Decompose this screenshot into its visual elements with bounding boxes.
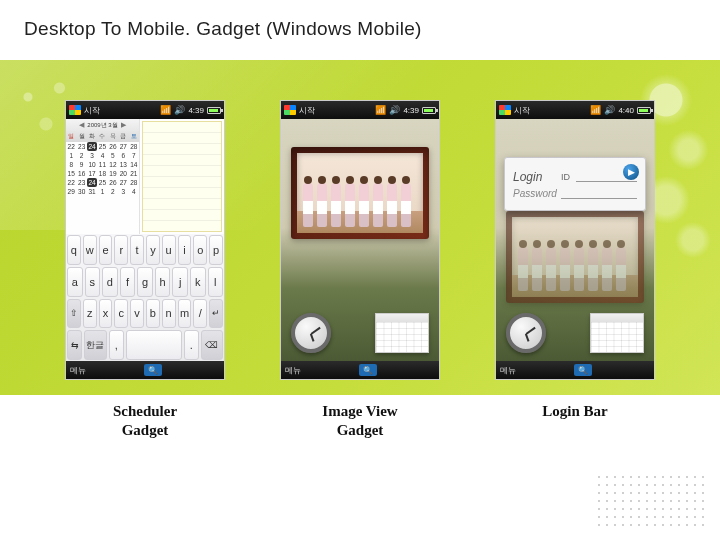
keyboard-key[interactable]: q <box>67 235 81 265</box>
keyboard-key[interactable]: j <box>172 267 188 297</box>
keyboard-key[interactable]: ⌫ <box>201 330 223 360</box>
calendar-day[interactable]: 23 <box>76 178 86 187</box>
calendar-day[interactable]: 1 <box>66 151 76 160</box>
calendar-day[interactable]: 5 <box>108 151 118 160</box>
calendar-day[interactable]: 27 <box>118 178 128 187</box>
softkey-left[interactable]: 메뉴 <box>70 365 86 376</box>
keyboard-key[interactable]: x <box>99 299 113 329</box>
analog-clock-widget[interactable] <box>506 313 546 353</box>
calendar-day[interactable]: 15 <box>66 169 76 178</box>
keyboard-key[interactable]: p <box>209 235 223 265</box>
keyboard-key[interactable]: i <box>178 235 192 265</box>
calendar-day[interactable]: 24 <box>87 142 97 151</box>
softkey-center-icon[interactable]: 🔍 <box>144 364 162 376</box>
keyboard-key[interactable]: ⇧ <box>67 299 81 329</box>
keyboard-key[interactable]: e <box>99 235 113 265</box>
calendar-day[interactable]: 2 <box>108 187 118 196</box>
calendar-day[interactable]: 12 <box>108 160 118 169</box>
login-submit-icon[interactable]: ▶ <box>623 164 639 180</box>
photo-frame[interactable] <box>291 147 429 239</box>
keyboard-key[interactable]: n <box>162 299 176 329</box>
calendar-day[interactable]: 9 <box>76 160 86 169</box>
signal-icon: 📶 <box>160 106 171 115</box>
calendar-day[interactable]: 14 <box>129 160 139 169</box>
keyboard-key[interactable]: u <box>162 235 176 265</box>
keyboard-key[interactable]: ↵ <box>209 299 223 329</box>
calendar-day[interactable]: 4 <box>97 151 107 160</box>
keyboard-key[interactable]: c <box>114 299 128 329</box>
calendar-day[interactable]: 28 <box>129 142 139 151</box>
calendar-day[interactable]: 17 <box>87 169 97 178</box>
calendar-day[interactable]: 19 <box>108 169 118 178</box>
keyboard-key[interactable]: y <box>146 235 160 265</box>
keyboard-key[interactable]: . <box>184 330 199 360</box>
calendar-day[interactable]: 18 <box>97 169 107 178</box>
memo-pad[interactable] <box>142 121 222 232</box>
calendar-day[interactable]: 2 <box>76 151 86 160</box>
calendar-day[interactable]: 25 <box>97 178 107 187</box>
softkey-center-icon[interactable]: 🔍 <box>359 364 377 376</box>
softkey-left[interactable]: 메뉴 <box>285 365 301 376</box>
calendar-day[interactable]: 31 <box>87 187 97 196</box>
keyboard-key[interactable]: a <box>67 267 83 297</box>
keyboard-key[interactable]: m <box>178 299 192 329</box>
calendar-day[interactable]: 16 <box>76 169 86 178</box>
dow: 금 <box>118 131 128 142</box>
keyboard-key[interactable]: z <box>83 299 97 329</box>
login-bar-widget[interactable]: Login ID Password ▶ <box>504 157 646 211</box>
keyboard-key[interactable]: b <box>146 299 160 329</box>
keyboard-key[interactable]: g <box>137 267 153 297</box>
calendar-day[interactable]: 27 <box>118 142 128 151</box>
login-password-input[interactable] <box>561 188 637 199</box>
mini-calendar-widget[interactable] <box>375 313 429 353</box>
calendar-day[interactable]: 21 <box>129 169 139 178</box>
mini-calendar-widget[interactable] <box>590 313 644 353</box>
keyboard-key[interactable]: , <box>109 330 124 360</box>
keyboard-key[interactable]: o <box>193 235 207 265</box>
calendar-day[interactable]: 29 <box>66 187 76 196</box>
calendar-day[interactable]: 24 <box>87 178 97 187</box>
dow-sat: 토 <box>129 131 139 142</box>
calendar-day[interactable]: 26 <box>108 178 118 187</box>
softkey-left[interactable]: 메뉴 <box>500 365 516 376</box>
keyboard-key[interactable]: ⇆ <box>67 330 82 360</box>
calendar-day[interactable]: 22 <box>66 178 76 187</box>
calendar-day[interactable]: 23 <box>76 142 86 151</box>
keyboard-key[interactable]: 한글 <box>84 330 106 360</box>
calendar-prev-icon[interactable]: ◀ <box>79 121 84 129</box>
analog-clock-widget[interactable] <box>291 313 331 353</box>
phone-content <box>281 119 439 361</box>
calendar-day[interactable]: 3 <box>87 151 97 160</box>
calendar-day[interactable]: 11 <box>97 160 107 169</box>
keyboard-key[interactable]: f <box>120 267 136 297</box>
keyboard-key[interactable] <box>126 330 182 360</box>
calendar-day[interactable]: 20 <box>118 169 128 178</box>
calendar-day[interactable]: 25 <box>97 142 107 151</box>
calendar-day[interactable]: 26 <box>108 142 118 151</box>
keyboard-key[interactable]: l <box>208 267 224 297</box>
keyboard-key[interactable]: d <box>102 267 118 297</box>
calendar-day[interactable]: 30 <box>76 187 86 196</box>
calendar-day[interactable]: 13 <box>118 160 128 169</box>
calendar-day[interactable]: 6 <box>118 151 128 160</box>
calendar-day[interactable]: 3 <box>118 187 128 196</box>
calendar-day[interactable]: 28 <box>129 178 139 187</box>
calendar-day[interactable]: 8 <box>66 160 76 169</box>
keyboard-key[interactable]: h <box>155 267 171 297</box>
calendar-day[interactable]: 4 <box>129 187 139 196</box>
keyboard-key[interactable]: r <box>114 235 128 265</box>
keyboard-key[interactable]: w <box>83 235 97 265</box>
keyboard-key[interactable]: / <box>193 299 207 329</box>
calendar-day[interactable]: 1 <box>97 187 107 196</box>
calendar-day[interactable]: 22 <box>66 142 76 151</box>
keyboard-key[interactable]: t <box>130 235 144 265</box>
calendar-day[interactable]: 7 <box>129 151 139 160</box>
keyboard-key[interactable]: s <box>85 267 101 297</box>
keyboard-key[interactable]: v <box>130 299 144 329</box>
windows-flag-icon <box>499 105 511 115</box>
calendar-next-icon[interactable]: ▶ <box>121 121 126 129</box>
photo-image <box>297 153 423 233</box>
softkey-center-icon[interactable]: 🔍 <box>574 364 592 376</box>
calendar-day[interactable]: 10 <box>87 160 97 169</box>
keyboard-key[interactable]: k <box>190 267 206 297</box>
